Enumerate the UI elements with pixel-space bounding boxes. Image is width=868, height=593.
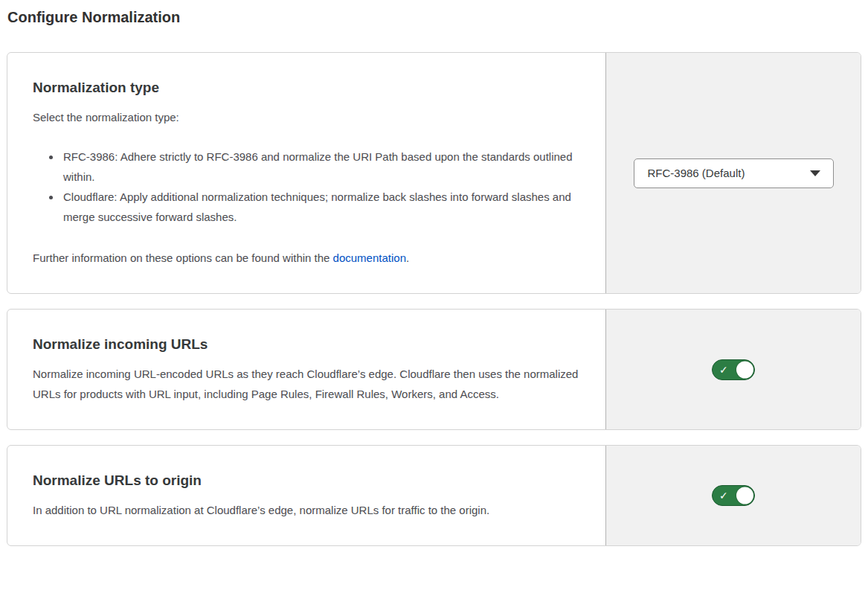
footnote-text-prefix: Further information on these options can… (33, 251, 333, 264)
documentation-link[interactable]: documentation (333, 251, 406, 264)
normalize-urls-to-origin-description: In addition to URL normalization at Clou… (33, 500, 580, 520)
card-normalization-type: Normalization type Select the normalizat… (7, 52, 861, 294)
normalization-type-select[interactable]: RFC-3986 (Default) (634, 158, 834, 188)
check-icon: ✓ (719, 490, 728, 501)
normalization-type-intro: Select the normalization type: (33, 107, 580, 127)
normalization-type-options-list: RFC-3986: Adhere strictly to RFC-3986 an… (33, 147, 580, 227)
card-normalization-type-content: Normalization type Select the normalizat… (7, 53, 605, 293)
card-normalize-incoming-urls: Normalize incoming URLs Normalize incomi… (7, 309, 861, 430)
footnote-text-suffix: . (406, 251, 409, 264)
card-normalize-urls-to-origin-control-panel: ✓ (605, 446, 861, 545)
card-normalize-urls-to-origin-content: Normalize URLs to origin In addition to … (7, 446, 605, 545)
normalization-type-footnote: Further information on these options can… (33, 248, 580, 268)
normalize-urls-to-origin-heading: Normalize URLs to origin (33, 471, 580, 490)
page-title: Configure Normalization (7, 7, 861, 27)
toggle-knob (736, 487, 753, 504)
list-item-rfc3986: RFC-3986: Adhere strictly to RFC-3986 an… (61, 147, 580, 187)
configure-normalization-page: Configure Normalization Normalization ty… (0, 0, 868, 554)
normalization-type-heading: Normalization type (33, 78, 580, 97)
list-item-cloudflare: Cloudflare: Apply additional normalizati… (61, 187, 580, 227)
normalize-urls-to-origin-toggle[interactable]: ✓ (712, 485, 755, 506)
card-normalization-type-control-panel: RFC-3986 (Default) (605, 53, 861, 293)
toggle-knob (736, 361, 753, 378)
chevron-down-icon (810, 170, 820, 176)
card-normalize-incoming-urls-control-panel: ✓ (605, 310, 861, 429)
normalize-incoming-urls-description: Normalize incoming URL-encoded URLs as t… (33, 364, 580, 404)
normalize-incoming-urls-heading: Normalize incoming URLs (33, 335, 580, 354)
normalization-type-selected-value: RFC-3986 (Default) (648, 167, 745, 179)
check-icon: ✓ (719, 364, 728, 374)
card-normalize-urls-to-origin: Normalize URLs to origin In addition to … (7, 445, 861, 546)
card-normalize-incoming-urls-content: Normalize incoming URLs Normalize incomi… (7, 310, 605, 429)
normalize-incoming-urls-toggle[interactable]: ✓ (712, 359, 755, 380)
